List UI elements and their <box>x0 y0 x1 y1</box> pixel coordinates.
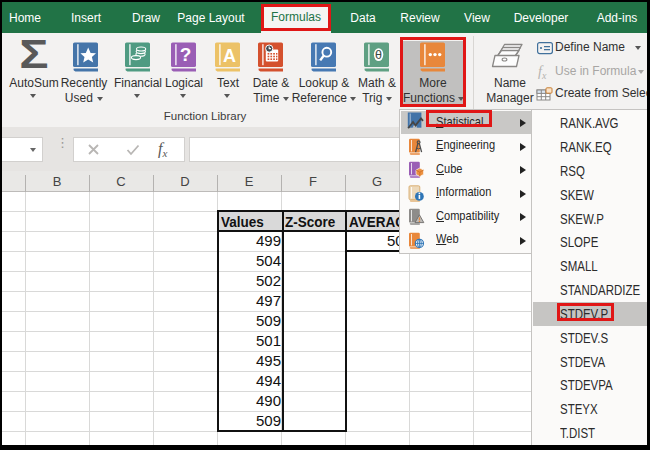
svg-text:?: ? <box>180 44 192 65</box>
svg-text:θ: θ <box>375 48 382 62</box>
svg-text:A: A <box>223 45 236 65</box>
